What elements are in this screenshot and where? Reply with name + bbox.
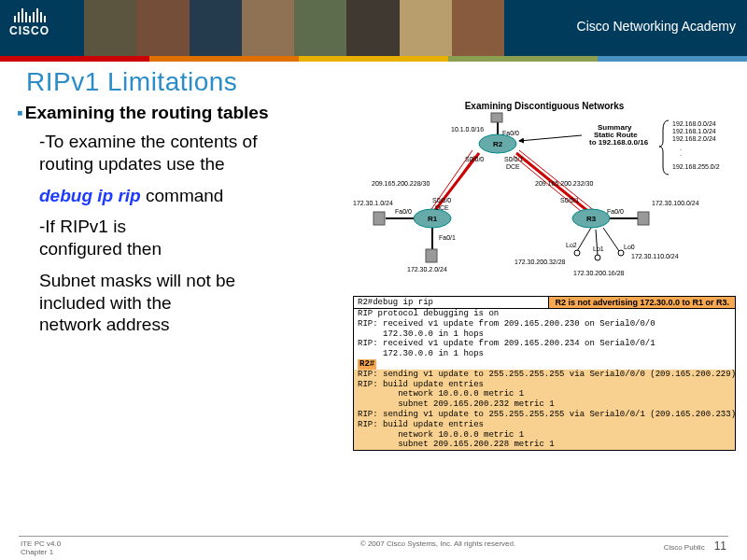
page-number: 11 [714, 539, 726, 553]
svg-rect-13 [374, 212, 385, 225]
svg-point-18 [595, 255, 600, 260]
svg-line-6 [603, 228, 619, 251]
body: Examining the routing tables -To examine… [0, 99, 747, 451]
svg-point-19 [618, 250, 624, 256]
footer-right: Cisco Public11 [577, 539, 726, 556]
accent-bar [0, 56, 747, 62]
bullet-sub-4: Subnet masks will not beincluded with th… [17, 270, 345, 345]
term-line-hl: RIP: sending v1 update to 255.255.255.25… [354, 370, 735, 380]
network-diagram: R2 R1 R3 Summary Static Route to 192.168… [353, 111, 736, 288]
svg-text:192.168.1.0/24: 192.168.1.0/24 [672, 128, 716, 134]
svg-text:R3: R3 [586, 215, 597, 223]
cisco-logo: CISCO [9, 7, 49, 37]
figure-column: Examining Discontiguous Networks R2 R1 R… [353, 99, 736, 451]
slide-title: RIPv1 Limitations [0, 62, 747, 99]
svg-text:Lo1: Lo1 [593, 245, 604, 252]
svg-text:192.168.255.0/2: 192.168.255.0/2 [672, 163, 720, 170]
svg-text:172.30.110.0/24: 172.30.110.0/24 [631, 253, 679, 259]
term-line: R2# [354, 359, 735, 370]
svg-text:192.168.2.0/24: 192.168.2.0/24 [672, 135, 716, 142]
terminal-output: R2#debug ip rip R2 is not advertising 17… [353, 296, 736, 451]
people-photo-strip [84, 0, 504, 56]
term-line-hl: subnet 209.165.200.228 metric 1 [354, 440, 735, 450]
svg-point-17 [574, 250, 580, 256]
svg-text:192.168.0.0/24: 192.168.0.0/24 [672, 120, 716, 127]
svg-text:172.30.200.32/28: 172.30.200.32/28 [514, 259, 566, 265]
svg-text:S0/0/0: S0/0/0 [465, 156, 484, 162]
term-line-hl: subnet 209.165.200.232 metric 1 [354, 399, 735, 410]
term-line: RIP protocol debugging is on [354, 309, 735, 319]
svg-text:Fa0/0: Fa0/0 [607, 208, 624, 215]
svg-text:172.30.100.0/24: 172.30.100.0/24 [652, 200, 699, 206]
header-bar: CISCO Cisco Networking Academy [0, 0, 747, 56]
term-line: RIP: received v1 update from 209.165.200… [354, 339, 735, 349]
svg-text:209.165.200.232/30: 209.165.200.232/30 [535, 180, 593, 187]
terminal-callout: R2 is not advertising 172.30.0.0 to R1 o… [548, 297, 735, 308]
svg-rect-14 [426, 249, 437, 262]
term-line-hl: RIP: sending v1 update to 255.255.255.25… [354, 410, 735, 420]
svg-text:209.165.200.228/30: 209.165.200.228/30 [372, 180, 430, 187]
svg-text:172.30.2.0/24: 172.30.2.0/24 [407, 266, 447, 273]
svg-text:DCE: DCE [435, 204, 449, 211]
term-line: 172.30.0.0 in 1 hops [354, 329, 735, 340]
svg-rect-16 [491, 113, 502, 122]
svg-text:Lo0: Lo0 [624, 244, 635, 250]
bullet-sub-3: -If RIPv1 isconfigured then [17, 216, 345, 270]
footer: ITE PC v4.0Chapter 1 © 2007 Cisco System… [0, 536, 747, 556]
academy-label: Cisco Networking Academy [577, 19, 736, 34]
terminal-command: R2#debug ip rip [354, 297, 437, 308]
term-line-hl: network 10.0.0.0 metric 1 [354, 430, 735, 441]
svg-rect-15 [638, 212, 649, 225]
svg-line-24 [519, 135, 582, 141]
svg-text:Fa0/1: Fa0/1 [439, 234, 456, 241]
svg-text:.: . [680, 150, 682, 157]
term-line-hl: RIP: build update entries [354, 380, 735, 390]
footer-left: ITE PC v4.0Chapter 1 [21, 539, 299, 556]
command-text: debug ip rip [39, 186, 141, 205]
term-line: RIP: received v1 update from 209.165.200… [354, 319, 735, 329]
bullet-command: debug ip rip command [17, 185, 345, 217]
svg-text:10.1.0.0/16: 10.1.0.0/16 [451, 126, 484, 133]
svg-text:DCE: DCE [506, 163, 520, 170]
term-line-hl: RIP: build update entries [354, 420, 735, 430]
term-line-hl: network 10.0.0.0 metric 1 [354, 389, 735, 399]
svg-text:172.30.200.16/28: 172.30.200.16/28 [573, 270, 625, 276]
svg-line-4 [577, 228, 591, 251]
svg-text:Lo2: Lo2 [566, 242, 577, 248]
svg-text:R2: R2 [493, 140, 503, 148]
bullet-heading: Examining the routing tables [17, 99, 345, 131]
svg-text:R1: R1 [428, 215, 438, 223]
svg-text:172.30.1.0/24: 172.30.1.0/24 [353, 200, 393, 206]
svg-text:S0/0/1: S0/0/1 [560, 197, 579, 203]
term-line: 172.30.0.0 in 1 hops [354, 349, 735, 359]
svg-text:to 192.168.0.0/16: to 192.168.0.0/16 [589, 138, 649, 147]
logo-text: CISCO [9, 24, 49, 37]
text-column: Examining the routing tables -To examine… [17, 99, 353, 451]
svg-text:S0/0/1: S0/0/1 [504, 156, 523, 162]
bullet-sub-1: -To examine the contents ofrouting updat… [17, 131, 345, 185]
svg-text:S0/0/0: S0/0/0 [432, 197, 451, 203]
diagram-title: Examining Discontiguous Networks [353, 99, 736, 111]
svg-text:Fa0/0: Fa0/0 [395, 208, 412, 215]
svg-text:Fa0/0: Fa0/0 [502, 130, 519, 136]
footer-copyright: © 2007 Cisco Systems, Inc. All rights re… [299, 539, 577, 556]
